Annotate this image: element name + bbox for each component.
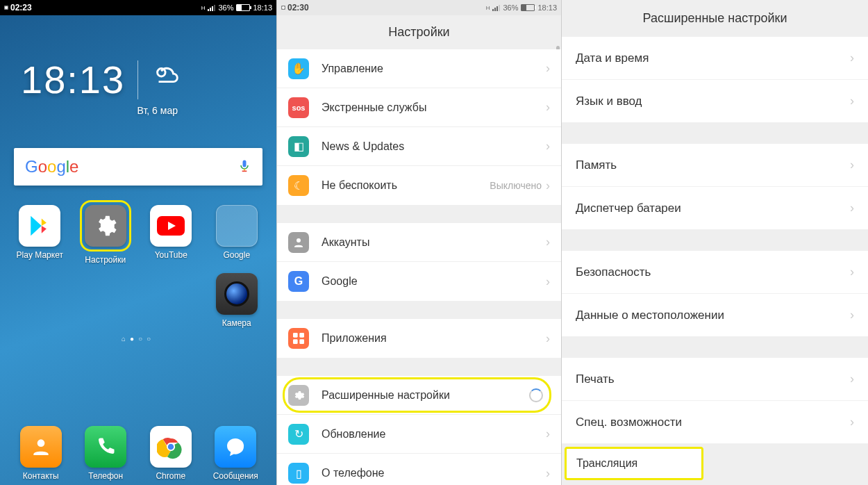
folder-icon	[216, 205, 258, 247]
network-h-icon: H	[486, 5, 490, 11]
status-clock: 18:13	[537, 3, 557, 12]
youtube-icon	[150, 205, 192, 247]
news-icon: ◧	[288, 136, 309, 157]
messages-icon	[215, 426, 256, 468]
record-timer: 02:23	[10, 3, 32, 13]
adv-item-cast[interactable]: Трансляция	[565, 447, 703, 480]
update-icon: ↻	[288, 424, 309, 445]
dock-chrome[interactable]: Chrome	[138, 426, 203, 481]
advanced-title: Расширенные настройки	[562, 0, 868, 37]
sos-icon: sos	[288, 97, 309, 118]
chevron-right-icon: ›	[546, 331, 550, 346]
status-clock: 18:13	[253, 3, 272, 12]
battery-icon	[521, 4, 535, 11]
clock-widget[interactable]: 18:13 Вт, 6 мар	[0, 15, 276, 123]
app-play-market[interactable]: Play Маркет	[8, 205, 72, 265]
svg-rect-9	[293, 333, 298, 338]
chevron-right-icon: ›	[850, 94, 854, 108]
chevron-right-icon: ›	[546, 427, 550, 441]
app-settings[interactable]: Настройки	[74, 205, 137, 265]
chevron-right-icon: ›	[850, 308, 854, 322]
svg-rect-10	[299, 333, 304, 338]
google-search[interactable]: Google	[14, 148, 262, 186]
svg-point-8	[297, 238, 301, 243]
adv-item-location[interactable]: Данные о местоположении ›	[562, 294, 868, 337]
home-screen: 02:23 H 36% 18:13 18:13 Вт, 6 мар	[0, 0, 276, 485]
mic-icon[interactable]	[237, 158, 251, 175]
google-logo: Google	[25, 157, 78, 176]
svg-rect-12	[299, 339, 304, 344]
status-bar: 02:23 H 36% 18:13	[0, 0, 276, 15]
chrome-icon	[150, 426, 192, 468]
status-bar: 02:30 H 36% 18:13	[277, 0, 561, 15]
advanced-list[interactable]: Дата и время › Язык и ввод › Память › Ди…	[562, 37, 868, 485]
dock-messages[interactable]: Сообщения	[203, 426, 269, 481]
settings-item-news[interactable]: ◧ News & Updates ›	[277, 127, 561, 166]
chevron-right-icon: ›	[546, 61, 550, 76]
play-store-icon	[19, 205, 60, 247]
highlight-settings	[80, 200, 131, 252]
chevron-right-icon: ›	[850, 51, 854, 65]
signal-icon	[208, 5, 215, 11]
signal-icon	[492, 5, 500, 11]
settings-item-apps[interactable]: Приложения ›	[277, 319, 561, 358]
widget-date: Вт, 6 мар	[21, 105, 256, 116]
chevron-right-icon: ›	[850, 158, 854, 172]
app-youtube[interactable]: YouTube	[140, 205, 203, 265]
camera-icon	[216, 273, 258, 315]
settings-item-manage[interactable]: ✋ Управление ›	[277, 49, 561, 88]
chevron-right-icon: ›	[546, 235, 550, 249]
apps-icon	[288, 328, 309, 349]
adv-item-lang[interactable]: Язык и ввод ›	[562, 80, 868, 123]
dock-phone[interactable]: Телефон	[74, 426, 139, 481]
battery-pct: 36%	[503, 3, 518, 12]
svg-rect-2	[242, 171, 247, 172]
record-timer: 02:30	[287, 3, 309, 13]
settings-item-update[interactable]: ↻ Обновление ›	[277, 415, 561, 454]
settings-item-advanced[interactable]: Расширенные настройки	[277, 376, 561, 415]
adv-item-print[interactable]: Печать ›	[562, 358, 868, 401]
chevron-right-icon: ›	[546, 274, 550, 289]
chevron-right-icon: ›	[850, 372, 854, 386]
settings-title: Настройки	[277, 15, 561, 49]
adv-item-battery[interactable]: Диспетчер батареи ›	[562, 187, 868, 230]
chevron-right-icon: ›	[850, 415, 854, 429]
chevron-right-icon: ›	[850, 265, 854, 279]
settings-item-sos[interactable]: sos Экстренные службы ›	[277, 88, 561, 127]
battery-pct: 36%	[218, 3, 233, 12]
advanced-settings-screen: Расширенные настройки Дата и время › Язы…	[562, 0, 868, 485]
dock-contacts[interactable]: Контакты	[8, 426, 74, 481]
app-camera[interactable]: Камера	[206, 273, 269, 328]
settings-list[interactable]: ✋ Управление › sos Экстренные службы › ◧…	[277, 49, 561, 485]
record-icon	[281, 6, 285, 10]
google-g-icon: G	[288, 271, 309, 292]
app-grid: Play Маркет Настройки YouTube	[0, 205, 276, 328]
adv-item-datetime[interactable]: Дата и время ›	[562, 37, 868, 80]
phone-icon	[85, 426, 126, 468]
contacts-icon	[20, 426, 62, 468]
dock: Контакты Телефон Chrome Сообщения	[0, 420, 276, 485]
app-folder-google[interactable]: Google	[206, 205, 269, 265]
spinner-icon	[529, 388, 543, 402]
settings-screen: 02:30 H 36% 18:13 Настройки ✋ Управление…	[277, 0, 561, 485]
settings-item-accounts[interactable]: Аккаунты ›	[277, 223, 561, 262]
gear-icon	[288, 385, 309, 406]
person-icon	[288, 232, 309, 253]
record-icon	[4, 6, 8, 10]
weather-icon	[151, 60, 183, 99]
chevron-right-icon: ›	[850, 201, 854, 215]
adv-item-memory[interactable]: Память ›	[562, 144, 868, 187]
settings-item-dnd[interactable]: ☾ Не беспокоить Выключено ›	[277, 166, 561, 205]
svg-rect-11	[293, 339, 298, 344]
chevron-right-icon: ›	[546, 100, 550, 115]
adv-item-security[interactable]: Безопасность ›	[562, 251, 868, 294]
chevron-right-icon: ›	[546, 139, 550, 154]
adv-item-accessibility[interactable]: Спец. возможности ›	[562, 401, 868, 444]
dnd-icon: ☾	[288, 175, 309, 196]
page-indicator: ⌂●○○	[0, 335, 276, 343]
gear-icon	[85, 205, 126, 247]
phone-info-icon: ▯	[288, 463, 309, 484]
settings-item-google[interactable]: G Google ›	[277, 262, 561, 301]
settings-item-about[interactable]: ▯ О телефоне ›	[277, 454, 561, 485]
chevron-right-icon: ›	[546, 179, 550, 193]
